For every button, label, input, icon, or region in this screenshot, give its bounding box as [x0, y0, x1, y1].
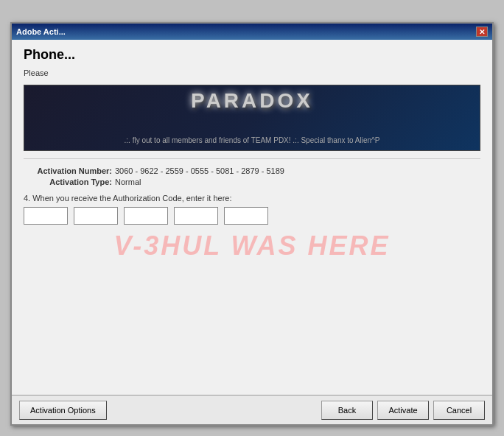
code-box-2[interactable]	[74, 207, 118, 225]
code-box-4[interactable]	[174, 207, 218, 225]
activate-button[interactable]: Activate	[377, 401, 429, 420]
dialog-content: Phone... Please PARADOX .:. fly out to a…	[12, 40, 492, 395]
summary-type-row: Activation Type: Normal	[24, 177, 480, 186]
bottom-bar: Activation Options Back Activate Cancel	[12, 395, 492, 424]
phone-heading: Phone...	[24, 47, 480, 63]
back-button[interactable]: Back	[321, 401, 373, 420]
step4-label: 4. When you receive the Authorization Co…	[24, 194, 480, 203]
code-box-1[interactable]	[24, 207, 68, 225]
summary-type-value: Normal	[115, 177, 141, 186]
code-box-3[interactable]	[124, 207, 168, 225]
summary-type-label: Activation Type:	[24, 177, 112, 186]
banner-subtitle: .:. fly out to all members and friends o…	[24, 136, 480, 144]
separator-1	[24, 158, 480, 159]
paradox-logo: PARADOX	[191, 89, 313, 113]
activation-options-button[interactable]: Activation Options	[19, 401, 107, 420]
code-boxes	[24, 207, 480, 225]
summary-activation-value: 3060 - 9622 - 2559 - 0555 - 5081 - 2879 …	[115, 166, 284, 175]
summary-activation-row: Activation Number: 3060 - 9622 - 2559 - …	[24, 166, 480, 175]
main-dialog: Adobe Acti... ✕ Phone... Please PARADOX …	[10, 22, 494, 426]
close-button[interactable]: ✕	[476, 27, 488, 37]
code-box-5[interactable]	[224, 207, 268, 225]
summary-table: Activation Number: 3060 - 9622 - 2559 - …	[24, 166, 480, 186]
watermark-text: V-3HUL WAS HERE	[24, 231, 480, 261]
title-text: Adobe Acti...	[16, 27, 66, 36]
title-bar: Adobe Acti... ✕	[12, 24, 492, 40]
summary-activation-label: Activation Number:	[24, 166, 112, 175]
cancel-button[interactable]: Cancel	[433, 401, 485, 420]
please-text: Please	[24, 68, 480, 77]
paradox-banner: PARADOX .:. fly out to all members and f…	[24, 85, 480, 151]
bottom-right-buttons: Back Activate Cancel	[321, 401, 485, 420]
